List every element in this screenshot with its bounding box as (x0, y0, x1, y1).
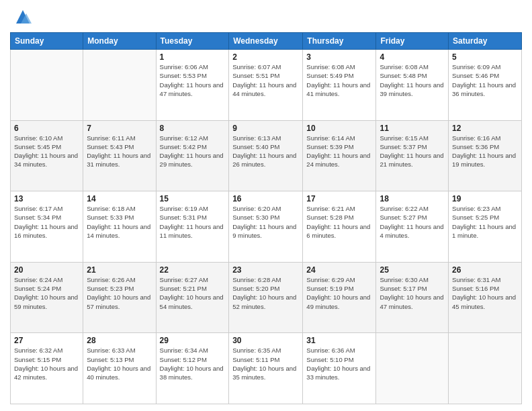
calendar-cell: 10Sunrise: 6:14 AM Sunset: 5:39 PM Dayli… (303, 120, 376, 191)
day-number: 31 (306, 336, 372, 345)
calendar-cell: 12Sunrise: 6:16 AM Sunset: 5:36 PM Dayli… (449, 120, 522, 191)
day-info: Sunrise: 6:31 AM Sunset: 5:16 PM Dayligh… (452, 275, 518, 311)
day-number: 5 (452, 52, 518, 62)
day-number: 22 (160, 265, 226, 275)
calendar-cell: 9Sunrise: 6:13 AM Sunset: 5:40 PM Daylig… (229, 120, 303, 191)
day-info: Sunrise: 6:33 AM Sunset: 5:13 PM Dayligh… (87, 346, 152, 381)
day-number: 29 (160, 336, 226, 345)
day-number: 10 (306, 124, 372, 133)
calendar-cell: 15Sunrise: 6:19 AM Sunset: 5:31 PM Dayli… (156, 191, 229, 263)
day-info: Sunrise: 6:23 AM Sunset: 5:25 PM Dayligh… (452, 204, 518, 240)
calendar-cell: 23Sunrise: 6:28 AM Sunset: 5:20 PM Dayli… (229, 262, 303, 333)
calendar-table: SundayMondayTuesdayWednesdayThursdayFrid… (10, 32, 522, 404)
calendar-cell: 14Sunrise: 6:18 AM Sunset: 5:33 PM Dayli… (83, 191, 156, 263)
day-number: 23 (232, 265, 299, 275)
day-number: 13 (14, 194, 79, 203)
day-header-friday: Friday (376, 33, 449, 50)
day-info: Sunrise: 6:10 AM Sunset: 5:45 PM Dayligh… (14, 134, 79, 169)
day-header-tuesday: Tuesday (156, 33, 229, 50)
calendar-cell: 28Sunrise: 6:33 AM Sunset: 5:13 PM Dayli… (83, 333, 156, 404)
day-info: Sunrise: 6:27 AM Sunset: 5:21 PM Dayligh… (160, 275, 226, 311)
day-number: 12 (452, 124, 518, 133)
day-info: Sunrise: 6:26 AM Sunset: 5:23 PM Dayligh… (87, 275, 152, 311)
logo (10, 7, 33, 27)
day-number: 17 (306, 194, 372, 203)
day-info: Sunrise: 6:28 AM Sunset: 5:20 PM Dayligh… (232, 275, 299, 311)
day-info: Sunrise: 6:34 AM Sunset: 5:12 PM Dayligh… (160, 346, 226, 381)
day-info: Sunrise: 6:30 AM Sunset: 5:17 PM Dayligh… (380, 275, 445, 311)
day-info: Sunrise: 6:14 AM Sunset: 5:39 PM Dayligh… (306, 134, 372, 169)
day-number: 16 (232, 194, 299, 203)
calendar-cell: 6Sunrise: 6:10 AM Sunset: 5:45 PM Daylig… (11, 120, 83, 191)
calendar-cell: 1Sunrise: 6:06 AM Sunset: 5:53 PM Daylig… (156, 50, 229, 121)
day-number: 24 (306, 265, 372, 275)
calendar-cell: 25Sunrise: 6:30 AM Sunset: 5:17 PM Dayli… (376, 262, 449, 333)
day-number: 25 (380, 265, 445, 275)
day-number: 6 (14, 124, 79, 133)
day-number: 15 (160, 194, 226, 203)
day-number: 2 (232, 52, 299, 62)
day-number: 14 (87, 194, 152, 203)
day-number: 1 (160, 52, 226, 62)
calendar-cell: 18Sunrise: 6:22 AM Sunset: 5:27 PM Dayli… (376, 191, 449, 263)
day-info: Sunrise: 6:09 AM Sunset: 5:46 PM Dayligh… (452, 62, 518, 98)
day-info: Sunrise: 6:07 AM Sunset: 5:51 PM Dayligh… (232, 62, 299, 98)
calendar-cell: 22Sunrise: 6:27 AM Sunset: 5:21 PM Dayli… (156, 262, 229, 333)
day-info: Sunrise: 6:35 AM Sunset: 5:11 PM Dayligh… (232, 346, 299, 381)
calendar-cell (376, 333, 449, 404)
calendar-header-row: SundayMondayTuesdayWednesdayThursdayFrid… (11, 33, 522, 50)
calendar-cell: 26Sunrise: 6:31 AM Sunset: 5:16 PM Dayli… (449, 262, 522, 333)
day-info: Sunrise: 6:15 AM Sunset: 5:37 PM Dayligh… (380, 134, 445, 169)
calendar-cell: 11Sunrise: 6:15 AM Sunset: 5:37 PM Dayli… (376, 120, 449, 191)
day-header-monday: Monday (83, 33, 156, 50)
calendar-week-row: 27Sunrise: 6:32 AM Sunset: 5:15 PM Dayli… (11, 333, 522, 404)
page: SundayMondayTuesdayWednesdayThursdayFrid… (0, 0, 532, 411)
calendar-cell: 8Sunrise: 6:12 AM Sunset: 5:42 PM Daylig… (156, 120, 229, 191)
calendar-week-row: 20Sunrise: 6:24 AM Sunset: 5:24 PM Dayli… (11, 262, 522, 333)
calendar-cell: 17Sunrise: 6:21 AM Sunset: 5:28 PM Dayli… (303, 191, 376, 263)
day-number: 4 (380, 52, 445, 62)
calendar-cell (449, 333, 522, 404)
calendar-week-row: 6Sunrise: 6:10 AM Sunset: 5:45 PM Daylig… (11, 120, 522, 191)
calendar-cell: 7Sunrise: 6:11 AM Sunset: 5:43 PM Daylig… (83, 120, 156, 191)
day-info: Sunrise: 6:17 AM Sunset: 5:34 PM Dayligh… (14, 204, 79, 240)
day-header-wednesday: Wednesday (229, 33, 303, 50)
calendar-cell: 27Sunrise: 6:32 AM Sunset: 5:15 PM Dayli… (11, 333, 83, 404)
day-info: Sunrise: 6:18 AM Sunset: 5:33 PM Dayligh… (87, 204, 152, 240)
day-info: Sunrise: 6:08 AM Sunset: 5:49 PM Dayligh… (306, 62, 372, 98)
calendar-cell: 31Sunrise: 6:36 AM Sunset: 5:10 PM Dayli… (303, 333, 376, 404)
day-header-thursday: Thursday (303, 33, 376, 50)
calendar-cell: 13Sunrise: 6:17 AM Sunset: 5:34 PM Dayli… (11, 191, 83, 263)
day-number: 20 (14, 265, 79, 275)
logo-icon (13, 7, 33, 27)
day-info: Sunrise: 6:32 AM Sunset: 5:15 PM Dayligh… (14, 346, 79, 381)
day-number: 27 (14, 336, 79, 345)
calendar-cell: 19Sunrise: 6:23 AM Sunset: 5:25 PM Dayli… (449, 191, 522, 263)
calendar-cell: 5Sunrise: 6:09 AM Sunset: 5:46 PM Daylig… (449, 50, 522, 121)
day-number: 28 (87, 336, 152, 345)
day-header-sunday: Sunday (11, 33, 83, 50)
day-number: 7 (87, 124, 152, 133)
day-info: Sunrise: 6:16 AM Sunset: 5:36 PM Dayligh… (452, 134, 518, 169)
day-number: 21 (87, 265, 152, 275)
day-number: 11 (380, 124, 445, 133)
day-info: Sunrise: 6:36 AM Sunset: 5:10 PM Dayligh… (306, 346, 372, 381)
calendar-cell (83, 50, 156, 121)
day-info: Sunrise: 6:06 AM Sunset: 5:53 PM Dayligh… (160, 62, 226, 98)
day-info: Sunrise: 6:11 AM Sunset: 5:43 PM Dayligh… (87, 134, 152, 169)
day-number: 8 (160, 124, 226, 133)
header (10, 7, 522, 27)
day-number: 18 (380, 194, 445, 203)
day-number: 9 (232, 124, 299, 133)
calendar-cell: 24Sunrise: 6:29 AM Sunset: 5:19 PM Dayli… (303, 262, 376, 333)
day-info: Sunrise: 6:24 AM Sunset: 5:24 PM Dayligh… (14, 275, 79, 311)
day-number: 19 (452, 194, 518, 203)
calendar-cell: 30Sunrise: 6:35 AM Sunset: 5:11 PM Dayli… (229, 333, 303, 404)
day-number: 26 (452, 265, 518, 275)
day-header-saturday: Saturday (449, 33, 522, 50)
day-info: Sunrise: 6:20 AM Sunset: 5:30 PM Dayligh… (232, 204, 299, 240)
day-info: Sunrise: 6:13 AM Sunset: 5:40 PM Dayligh… (232, 134, 299, 169)
day-number: 3 (306, 52, 372, 62)
calendar-cell: 29Sunrise: 6:34 AM Sunset: 5:12 PM Dayli… (156, 333, 229, 404)
day-info: Sunrise: 6:12 AM Sunset: 5:42 PM Dayligh… (160, 134, 226, 169)
